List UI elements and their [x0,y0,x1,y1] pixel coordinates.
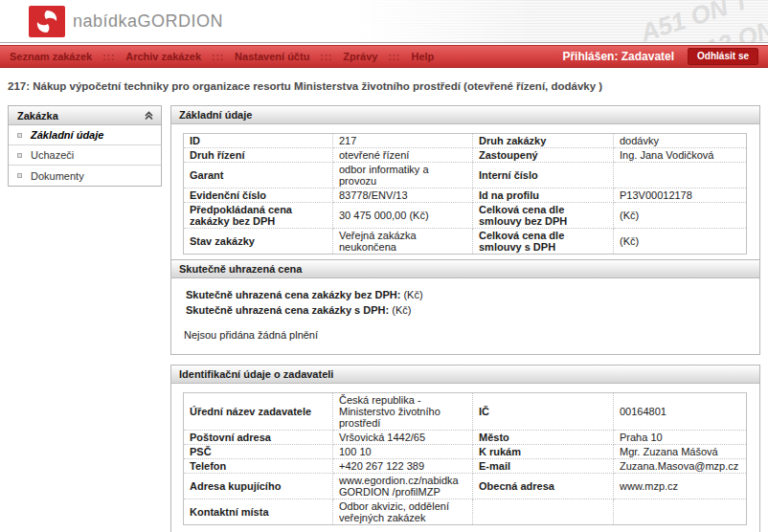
field-value: 83778/ENV/13 [333,188,473,203]
field-label: E-mail [473,459,614,474]
table-row: Stav zakázky Veřejná zakázka neukončena … [184,229,747,255]
field-label: IČ [473,393,614,431]
table-row: Adresa kupujícího www.egordion.cz/nabidk… [184,474,747,499]
field-value: Praha 10 [614,431,747,445]
table-row: ID 217 Druh zakázky dodávky [184,134,747,148]
field-value: P13V00012178 [614,188,747,203]
field-value: Odbor akvizic, oddělení veřejných zakáze… [333,499,473,525]
login-status-text: Přihlášen: Zadavatel [562,50,674,63]
paid-price-line: Skutečně uhrazená cena zakázky s DPH: (K… [183,302,747,318]
collapse-double-chevron-up-icon[interactable] [144,110,154,121]
paid-price-label: Skutečně uhrazená cena zakázky s DPH: [186,304,389,316]
field-value: 217 [333,134,473,148]
paid-price-value: (Kč) [403,289,422,300]
no-payments-note: Nejsou přidána žádná plnění [183,318,747,343]
field-label: Interní číslo [473,163,614,188]
paid-price-line: Skutečně uhrazená cena zakázky bez DPH: … [183,287,747,302]
section-basic-info: Základní údaje ID 217 Druh zakázky dodáv… [170,105,760,267]
field-label: Evidenční číslo [184,188,333,203]
field-label: Druh řízení [184,148,333,163]
table-row: PSČ 100 10 K rukám Mgr. Zuzana Mášová [184,445,747,459]
field-value: odbor informatiky a provozu [333,163,473,188]
field-label: Poštovní adresa [184,431,333,445]
app-header: A51 ON T 13 ON nabídkaGORDION [0,0,768,43]
field-label: PSČ [184,445,333,459]
field-label: Id na profilu [473,188,614,203]
sidebar-item[interactable]: Uchazeči [9,145,161,166]
logout-button[interactable]: Odhlásit se [688,48,758,65]
sidebar-item[interactable]: Základní údaje [9,125,161,145]
sidebar: Zakázka Základní údaje Uchazeči [8,105,162,187]
field-label: Zastoupený [473,148,614,163]
field-label [473,499,614,525]
field-value: www.egordion.cz/nabidkaGORDION /profilMZ… [333,474,473,499]
field-value: otevřené řízení [333,148,473,163]
field-value [614,499,747,525]
nav-item[interactable]: Archiv zakázek [125,51,201,62]
field-value: 00164801 [614,393,747,431]
gordion-logo-icon[interactable] [29,6,65,37]
square-bullet-icon [17,133,22,138]
nav-item[interactable]: Zprávy [343,51,377,62]
table-row: Telefon +420 267 122 389 E-mail Zuzana.M… [184,459,747,474]
field-value: Veřejná zakázka neukončena [333,229,473,255]
nav-item[interactable]: Nastavení účtu [235,51,309,62]
sidebar-item-label: Uchazeči [31,149,74,161]
table-row: Evidenční číslo 83778/ENV/13 Id na profi… [184,188,747,203]
contracting-authority-table: Úřední název zadavatele Česká republika … [183,392,747,525]
nav-separator: ::: [212,52,224,62]
field-value: www.mzp.cz [614,474,747,499]
section-contracting-title: Identifikační údaje o zadavateli [171,366,759,384]
field-label: Předpokládaná cena zakázky bez DPH [184,203,333,229]
section-paid-title: Skutečně uhrazená cena [171,260,759,278]
square-bullet-icon [17,173,22,178]
field-value: Česká republika - Ministerstvo životního… [333,393,473,431]
field-value: (Kč) [614,229,747,255]
field-label: Obecná adresa [473,474,614,499]
section-paid-price: Skutečně uhrazená cena Skutečně uhrazená… [170,259,760,355]
field-value: Zuzana.Masova@mzp.cz [614,459,747,474]
field-label: Druh zakázky [473,134,614,148]
sidebar-header[interactable]: Zakázka [9,106,161,125]
field-label: Město [473,431,614,445]
basic-info-table: ID 217 Druh zakázky dodávky Druh řízení … [183,133,747,255]
nav-item[interactable]: Seznam zakázek [10,51,92,62]
table-row: Kontaktní místa Odbor akvizic, oddělení … [184,499,747,525]
field-label: Celková cena dle smlouvy s DPH [473,229,614,255]
nav-item[interactable]: Help [411,51,434,62]
field-label: Garant [184,163,333,188]
field-label: Kontaktní místa [184,499,333,525]
paid-price-lines: Skutečně uhrazená cena zakázky bez DPH: … [183,287,747,318]
main-navbar: Seznam zakázek ::: Archiv zakázek ::: Na… [0,45,768,68]
field-label: K rukám [473,445,614,459]
field-value: 100 10 [333,445,473,459]
square-bullet-icon [17,153,22,158]
sidebar-item[interactable]: Dokumenty [9,166,161,186]
app-logo-text: nabídkaGORDION [73,0,223,43]
paid-price-label: Skutečně uhrazená cena zakázky bez DPH: [186,289,400,300]
sidebar-item-label: Dokumenty [31,170,84,182]
table-row: Druh řízení otevřené řízení Zastoupený I… [184,148,747,163]
field-value: Mgr. Zuzana Mášová [614,445,747,459]
field-value: +420 267 122 389 [333,459,473,474]
nav-session-area: Přihlášen: Zadavatel Odhlásit se [562,48,758,65]
section-basic-title: Základní údaje [171,106,759,124]
paid-price-value: (Kč) [392,304,411,316]
field-label: Úřední název zadavatele [184,393,333,431]
sidebar-item-label: Základní údaje [31,129,103,141]
page: A51 ON T 13 ON nabídkaGORDION Seznam zak… [0,0,768,532]
field-label: Telefon [184,459,333,474]
nav-menu: Seznam zakázek ::: Archiv zakázek ::: Na… [10,51,434,62]
header-background-pattern: A51 ON T 13 ON [356,0,768,42]
sidebar-header-label: Zakázka [17,110,58,122]
swirl-icon [34,9,60,34]
field-value: Vršovická 1442/65 [333,431,473,445]
sidebar-items: Základní údaje Uchazeči Dokumenty [9,125,161,186]
nav-separator: ::: [388,52,400,62]
field-label: ID [184,134,333,148]
nav-separator: ::: [102,52,115,62]
page-title: 217: Nákup výpočetní techniky pro organi… [8,80,760,92]
field-value [614,163,747,188]
field-label: Adresa kupujícího [184,474,333,499]
section-contracting-authority: Identifikační údaje o zadavateli Úřední … [170,365,760,532]
